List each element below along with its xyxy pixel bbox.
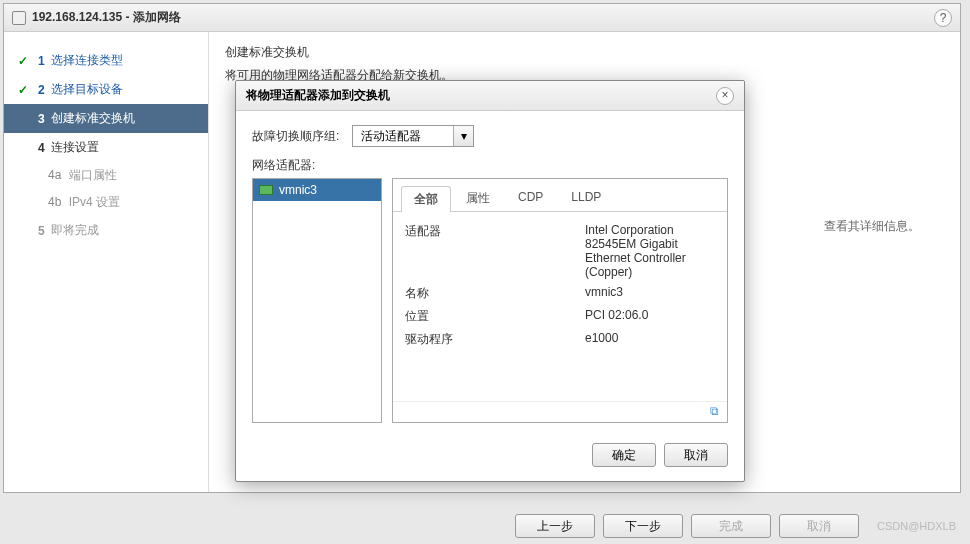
step-num: 4	[38, 141, 45, 155]
watermark: CSDN@HDXLB	[877, 520, 956, 532]
tab-cdp[interactable]: CDP	[505, 185, 556, 211]
host-ip: 192.168.124.135	[32, 10, 122, 24]
host-icon	[12, 11, 26, 25]
copy-icon[interactable]: ⧉	[703, 404, 719, 420]
adapter-label: 网络适配器:	[252, 157, 352, 174]
prop-adapter: 适配器 Intel Corporation 82545EM Gigabit Et…	[405, 220, 723, 282]
ok-button[interactable]: 确定	[592, 443, 656, 467]
tab-content[interactable]: 适配器 Intel Corporation 82545EM Gigabit Et…	[393, 212, 727, 401]
wizard-footer: 上一步 下一步 完成 取消 CSDN@HDXLB	[515, 514, 956, 538]
steps-sidebar: ✓ 1 选择连接类型 ✓ 2 选择目标设备 3 创建标准交换机 4 连接设置 4…	[4, 32, 209, 492]
failover-row: 故障切换顺序组: 活动适配器 ▾	[252, 125, 728, 147]
prop-location: 位置 PCI 02:06.0	[405, 305, 723, 328]
prop-value: vmnic3	[585, 285, 623, 302]
step-label: 创建标准交换机	[51, 110, 135, 127]
step-num: 3	[38, 112, 45, 126]
detail-hint: 查看其详细信息。	[824, 218, 920, 235]
prop-label: 名称	[405, 285, 585, 302]
footer-cancel-button: 取消	[779, 514, 859, 538]
close-button[interactable]: ×	[716, 87, 734, 105]
cancel-button[interactable]: 取消	[664, 443, 728, 467]
substep-num: 4a	[48, 168, 61, 182]
main-title: 创建标准交换机	[225, 44, 944, 61]
dialog-body: 故障切换顺序组: 活动适配器 ▾ 网络适配器: vmnic3 全部 属性 CDP…	[236, 111, 744, 433]
step-num: 5	[38, 224, 45, 238]
prop-label: 驱动程序	[405, 331, 585, 348]
substep-4a[interactable]: 4a 端口属性	[4, 162, 208, 189]
help-button[interactable]: ?	[934, 9, 952, 27]
check-icon: ✓	[18, 54, 32, 68]
dialog-titlebar: 将物理适配器添加到交换机 ×	[236, 81, 744, 111]
step-1[interactable]: ✓ 1 选择连接类型	[4, 46, 208, 75]
step-2[interactable]: ✓ 2 选择目标设备	[4, 75, 208, 104]
substep-label: IPv4 设置	[69, 195, 120, 209]
prop-value: e1000	[585, 331, 618, 348]
nic-item[interactable]: vmnic3	[253, 179, 381, 201]
title-suffix: - 添加网络	[122, 10, 181, 24]
failover-label: 故障切换顺序组:	[252, 128, 352, 145]
adapter-panes: vmnic3 全部 属性 CDP LLDP 适配器 Intel Corporat…	[252, 178, 728, 423]
tab-lldp[interactable]: LLDP	[558, 185, 614, 211]
dialog-footer: 确定 取消	[236, 433, 744, 481]
prop-driver: 驱动程序 e1000	[405, 328, 723, 351]
step-3[interactable]: 3 创建标准交换机	[4, 104, 208, 133]
step-label: 即将完成	[51, 222, 99, 239]
step-label: 选择连接类型	[51, 52, 123, 69]
step-num: 1	[38, 54, 45, 68]
step-5[interactable]: 5 即将完成	[4, 216, 208, 245]
adapter-list[interactable]: vmnic3	[252, 178, 382, 423]
nic-name: vmnic3	[279, 183, 317, 197]
step-4[interactable]: 4 连接设置	[4, 133, 208, 162]
next-button[interactable]: 下一步	[603, 514, 683, 538]
finish-button: 完成	[691, 514, 771, 538]
copy-bar: ⧉	[393, 401, 727, 422]
prop-value: Intel Corporation 82545EM Gigabit Ethern…	[585, 223, 695, 279]
chevron-down-icon[interactable]: ▾	[453, 126, 473, 146]
select-value: 活动适配器	[353, 128, 453, 145]
nic-icon	[259, 185, 273, 195]
step-num: 2	[38, 83, 45, 97]
failover-select[interactable]: 活动适配器 ▾	[352, 125, 474, 147]
back-button[interactable]: 上一步	[515, 514, 595, 538]
dialog-title: 将物理适配器添加到交换机	[246, 87, 716, 104]
prop-name: 名称 vmnic3	[405, 282, 723, 305]
tab-all[interactable]: 全部	[401, 186, 451, 212]
adapter-details: 全部 属性 CDP LLDP 适配器 Intel Corporation 825…	[392, 178, 728, 423]
step-label: 选择目标设备	[51, 81, 123, 98]
step-label: 连接设置	[51, 139, 99, 156]
substep-4b[interactable]: 4b IPv4 设置	[4, 189, 208, 216]
tab-props[interactable]: 属性	[453, 185, 503, 211]
substep-label: 端口属性	[69, 168, 117, 182]
prop-label: 位置	[405, 308, 585, 325]
titlebar: 192.168.124.135 - 添加网络 ?	[4, 4, 960, 32]
check-icon: ✓	[18, 83, 32, 97]
prop-label: 适配器	[405, 223, 585, 279]
detail-tabs: 全部 属性 CDP LLDP	[393, 179, 727, 212]
prop-value: PCI 02:06.0	[585, 308, 648, 325]
window-title: 192.168.124.135 - 添加网络	[32, 9, 934, 26]
substep-num: 4b	[48, 195, 61, 209]
add-adapter-dialog: 将物理适配器添加到交换机 × 故障切换顺序组: 活动适配器 ▾ 网络适配器: v…	[235, 80, 745, 482]
